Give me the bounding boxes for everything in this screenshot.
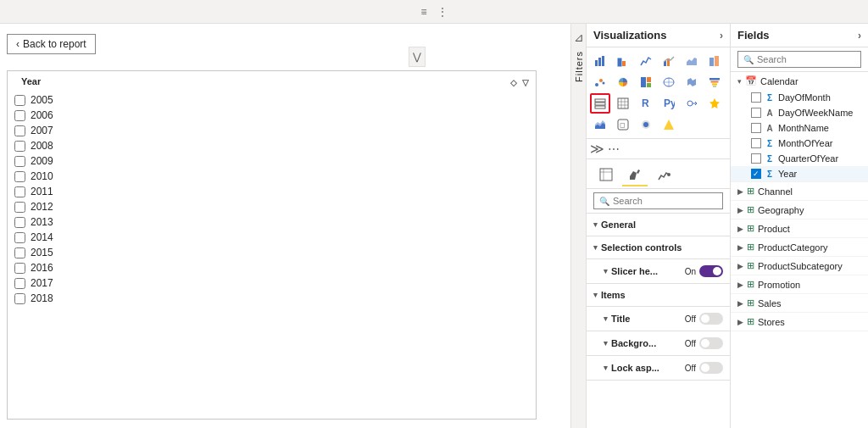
title-toggle[interactable]: Off [685,313,723,325]
viz-treemap[interactable] [636,72,656,92]
slicer-clear-icon[interactable]: ◇ [510,78,517,87]
viz-map[interactable] [659,72,679,92]
more-options-icon[interactable]: ⋮ [437,6,448,18]
field-group-header-channel[interactable]: ▶ ⊞ Channel [731,182,868,200]
background-title[interactable]: ▾ Backgro... [604,338,656,348]
year-item[interactable]: 2007 [14,124,529,137]
lock-aspect-toggle-off[interactable] [699,362,723,374]
year-item[interactable]: 2014 [14,231,529,244]
year-checkbox[interactable] [14,247,25,258]
year-item[interactable]: 2011 [14,185,529,198]
slicer-more-icon[interactable]: ▽ [522,78,529,87]
viz-r-script[interactable]: R [636,93,656,114]
tab-format[interactable] [622,164,648,186]
viz-combo-chart[interactable] [659,51,679,71]
section-general-title[interactable]: ▾ General [593,217,723,232]
viz-more-3[interactable] [636,114,656,135]
year-checkbox[interactable] [14,141,25,152]
year-item[interactable]: 2008 [14,139,529,153]
year-checkbox[interactable] [14,95,25,106]
field-item[interactable]: Σ MonthOfYear [731,136,868,151]
year-checkbox[interactable] [14,156,25,167]
lock-aspect-toggle[interactable]: Off [685,362,723,374]
field-group-header-productsubcategory[interactable]: ▶ ⊞ ProductSubcategory [731,257,868,275]
title-toggle-off[interactable] [699,313,723,325]
viz-expand-more[interactable]: ≫ [590,141,604,157]
fields-search-input[interactable] [757,54,855,64]
viz-more-2[interactable]: ◻ [613,114,633,135]
year-checkbox[interactable] [14,278,25,289]
tab-fields[interactable] [593,164,619,186]
viz-column-chart[interactable] [613,51,633,71]
back-to-report-button[interactable]: ‹ Back to report [7,34,96,54]
year-item[interactable]: 2012 [14,200,529,214]
section-selection-title[interactable]: ▾ Selection controls [593,240,723,255]
hamburger-icon[interactable]: ≡ [420,6,426,18]
filters-panel[interactable]: ⊿ Filters [571,24,587,428]
year-checkbox[interactable] [14,293,25,304]
year-item[interactable]: 2016 [14,261,529,275]
field-group-header-calendar[interactable]: ▾ 📅 Calendar [731,72,868,90]
viz-line-chart[interactable] [636,51,656,71]
field-group-header-productcategory[interactable]: ▶ ⊞ ProductCategory [731,238,868,256]
viz-slicer[interactable] [590,93,610,114]
field-item[interactable]: ✓ Σ Year [731,166,868,181]
viz-key-influencer[interactable] [682,93,702,114]
year-checkbox[interactable] [14,217,25,228]
year-item[interactable]: 2018 [14,292,529,305]
field-item[interactable]: A DayOfWeekName [731,105,868,120]
year-item[interactable]: 2009 [14,154,529,168]
year-checkbox[interactable] [14,125,25,136]
field-item[interactable]: A MonthName [731,120,868,136]
format-search-input[interactable] [613,196,717,206]
slicer-header-title[interactable]: ▾ Slicer he... [604,266,658,276]
viz-python[interactable]: Py [659,93,679,114]
year-checkbox[interactable] [14,186,25,197]
year-item[interactable]: 2013 [14,215,529,229]
field-group-header-product[interactable]: ▶ ⊞ Product [731,220,868,237]
fields-expand-icon[interactable]: › [858,30,861,42]
format-search-box[interactable]: 🔍 [593,192,723,209]
fields-search-box[interactable]: 🔍 [737,51,861,68]
section-items-title[interactable]: ▾ Items [593,287,723,303]
year-checkbox[interactable] [14,202,25,213]
field-group-header-promotion[interactable]: ▶ ⊞ Promotion [731,275,868,293]
viz-area-chart[interactable] [682,51,702,71]
year-item[interactable]: 2017 [14,276,529,290]
year-checkbox[interactable] [14,232,25,243]
viz-scatter[interactable] [590,72,610,92]
year-item[interactable]: 2010 [14,170,529,183]
year-item[interactable]: 2006 [14,108,529,122]
year-checkbox[interactable] [14,110,25,121]
year-checkbox[interactable] [14,171,25,182]
field-item[interactable]: Σ DayOfMonth [731,90,868,105]
slicer-header-toggle-on[interactable] [699,265,723,277]
viz-table[interactable] [613,93,633,114]
viz-options-more[interactable]: ⋯ [608,142,620,156]
viz-more-1[interactable] [590,114,610,135]
viz-expand-icon[interactable]: › [720,30,723,42]
field-group: ▶ ⊞ ProductCategory [731,238,868,257]
filter-funnel-btn[interactable]: ⋁ [409,47,426,67]
slicer-header-toggle[interactable]: On [685,265,723,277]
year-checkbox[interactable] [14,263,25,274]
field-item[interactable]: Σ QuarterOfYear [731,151,868,166]
field-group-header-geography[interactable]: ▶ ⊞ Geography [731,201,868,219]
year-item[interactable]: 2015 [14,246,529,259]
tab-analytics[interactable] [651,164,676,186]
viz-custom[interactable] [704,93,725,114]
top-bar: ≡ ⋮ [0,0,868,24]
year-item[interactable]: 2005 [14,93,529,107]
background-toggle[interactable]: Off [685,337,723,349]
viz-more-4[interactable] [659,114,679,135]
lock-aspect-title[interactable]: ▾ Lock asp... [604,363,659,373]
viz-ribbon-chart[interactable] [704,51,725,71]
background-toggle-off[interactable] [699,337,723,349]
field-group-header-stores[interactable]: ▶ ⊞ Stores [731,313,868,331]
viz-bar-chart[interactable] [590,51,610,71]
field-group-header-sales[interactable]: ▶ ⊞ Sales [731,294,868,312]
viz-funnel[interactable] [704,72,725,92]
title-section-title[interactable]: ▾ Title [604,314,630,324]
viz-pie-chart[interactable] [613,72,633,92]
viz-filled-map[interactable] [682,72,702,92]
